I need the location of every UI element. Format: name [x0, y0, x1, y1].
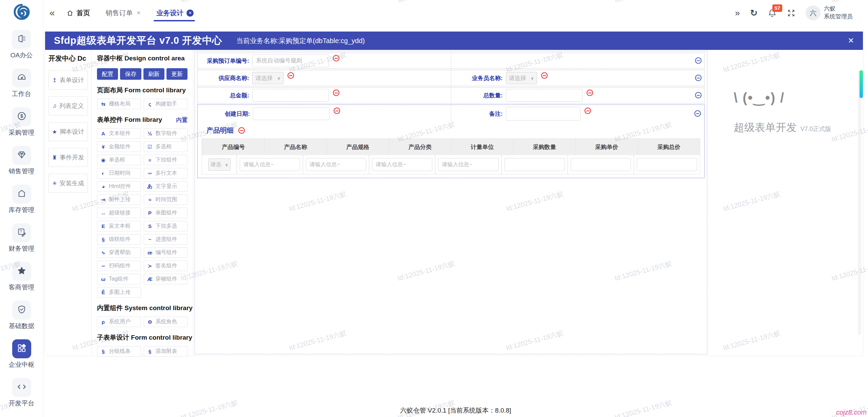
- collapse-sidebar-icon[interactable]: «: [50, 8, 55, 18]
- builtin-link[interactable]: 内置: [176, 116, 188, 124]
- component-item[interactable]: ω Tag组件: [97, 274, 141, 284]
- component-item[interactable]: ς 构建助手: [144, 99, 188, 109]
- remove-row-icon[interactable]: [695, 75, 702, 81]
- dev-center-button[interactable]: ↥ 表单设计: [48, 71, 88, 90]
- component-item[interactable]: Θ 系统角色: [144, 317, 188, 327]
- total-amount-input[interactable]: [252, 89, 329, 102]
- detail-table-row: 请选 ∨: [202, 155, 700, 174]
- notifications-bell-icon[interactable]: 57: [768, 8, 777, 18]
- component-item[interactable]: ~ 进度组件: [144, 234, 188, 245]
- tab-home[interactable]: 首页: [66, 0, 90, 26]
- component-item[interactable]: Æ 穿梭组件: [144, 274, 188, 284]
- refresh-icon[interactable]: ↻: [750, 8, 757, 18]
- remove-field-icon[interactable]: [333, 55, 339, 61]
- remove-field-icon[interactable]: [585, 108, 591, 114]
- sidebar-item[interactable]: OA办公: [11, 30, 33, 60]
- component-item[interactable]: S 下拉多选: [144, 221, 188, 231]
- product-code-select[interactable]: 请选 ∨: [208, 158, 231, 171]
- component-item[interactable]: ≡ 下拉组件: [144, 155, 188, 165]
- component-item[interactable]: ≈ 时间范围: [144, 194, 188, 205]
- component-item[interactable]: § 分组线条: [97, 346, 141, 357]
- dev-center-button[interactable]: ♫ 列表定义: [48, 96, 88, 115]
- purchase-price-input[interactable]: [571, 158, 631, 171]
- component-item[interactable]: ☑ 多选框: [144, 141, 188, 152]
- sidebar-item-label: 客商管理: [9, 283, 35, 292]
- component-item[interactable]: ¥ 金额组件: [97, 141, 141, 152]
- remove-row-icon[interactable]: [695, 57, 702, 64]
- product-name-input[interactable]: [240, 158, 300, 171]
- component-item[interactable]: ═ 多行文本: [144, 168, 188, 178]
- dev-center-button[interactable]: ♜ 事件开发: [48, 148, 88, 167]
- remove-field-icon[interactable]: [333, 90, 339, 96]
- component-item[interactable]: P 单图组件: [144, 208, 188, 218]
- component-item[interactable]: あ 文字显示: [144, 181, 188, 192]
- component-item[interactable]: A 文本组件: [97, 128, 141, 139]
- remove-row-icon[interactable]: [695, 92, 702, 98]
- sidebar-item[interactable]: 客商管理: [9, 262, 35, 292]
- product-spec-input[interactable]: [306, 158, 366, 171]
- component-item[interactable]: ∿ 穿透帮助: [97, 247, 141, 258]
- remove-row-icon[interactable]: [694, 110, 701, 117]
- remove-field-icon[interactable]: [541, 72, 548, 79]
- remove-detail-icon[interactable]: [238, 127, 245, 134]
- remove-field-icon[interactable]: [587, 90, 593, 96]
- action-button[interactable]: 保存: [120, 68, 141, 80]
- component-item[interactable]: § 添加附表: [144, 346, 188, 357]
- dev-center-button[interactable]: ✳ 安装生成: [48, 174, 88, 193]
- scrollbar-thumb[interactable]: [860, 70, 863, 98]
- fullscreen-icon[interactable]: [787, 9, 795, 17]
- dev-center-buttons: ↥ 表单设计 ♫ 列表定义 ★: [48, 71, 88, 193]
- action-button[interactable]: 刷新: [143, 68, 164, 80]
- product-category-input[interactable]: [372, 158, 432, 171]
- supplier-select[interactable]: 请选择 ∨: [252, 72, 283, 84]
- dev-center-button[interactable]: ★ 脚本设计: [48, 122, 88, 141]
- component-item[interactable]: ½ 数字组件: [144, 128, 188, 139]
- component-item[interactable]: ↔ 超级链接: [97, 208, 141, 218]
- create-date-input[interactable]: [253, 107, 330, 120]
- sidebar-item[interactable]: 基础数据: [9, 301, 35, 330]
- unit-input[interactable]: [438, 158, 498, 171]
- sidebar-item[interactable]: 销售管理: [9, 146, 35, 176]
- component-item[interactable]: œ 编号组件: [144, 247, 188, 258]
- salesman-select[interactable]: 请选择 ∨: [506, 72, 537, 84]
- form-row-totals[interactable]: 总金额: 总数量:: [197, 87, 705, 103]
- form-row-supplier[interactable]: 供应商名称: 请选择 ∨ 业务员名称:: [197, 70, 705, 86]
- user-menu[interactable]: 六 六蚁 系统管理员: [806, 5, 853, 21]
- purchase-qty-input[interactable]: [505, 158, 565, 171]
- tab-sales-order[interactable]: 销售订单 ✕: [106, 0, 141, 26]
- scrollbar-track[interactable]: [858, 70, 861, 335]
- component-item[interactable]: ⇆ 栅格布局: [97, 99, 141, 109]
- order-no-input[interactable]: [252, 54, 329, 67]
- component-item[interactable]: ρ 系统用户: [97, 317, 141, 327]
- sidebar-item[interactable]: ? 财务管理: [9, 223, 35, 253]
- remove-field-icon[interactable]: [334, 108, 340, 114]
- form-row-order-no[interactable]: 采购预订单编号:: [197, 53, 705, 69]
- tab-business-design[interactable]: 业务设计 ✕: [156, 0, 194, 26]
- component-item[interactable]: Ê 多图上传: [97, 287, 141, 298]
- close-tab-icon[interactable]: ✕: [186, 10, 194, 17]
- component-item[interactable]: ◉ 单选框: [97, 155, 141, 165]
- sidebar-item[interactable]: 库存管理: [9, 185, 35, 214]
- table-column-header: 产品规格: [327, 139, 389, 155]
- component-item[interactable]: ◐ 日期时间: [97, 168, 141, 178]
- action-button[interactable]: 更新: [166, 68, 188, 80]
- form-row-date-remark[interactable]: 创建日期: 备注:: [198, 106, 704, 122]
- more-tabs-icon[interactable]: »: [735, 8, 740, 18]
- sidebar-item[interactable]: 工作台: [12, 69, 31, 98]
- component-item[interactable]: ◕ Html控件: [97, 181, 141, 192]
- component-item[interactable]: ∽ 扫码组件: [97, 261, 141, 271]
- component-item[interactable]: ⇥ 附件上传: [97, 194, 141, 205]
- sidebar-item[interactable]: 企业中枢: [9, 339, 35, 369]
- close-tab-icon[interactable]: ✕: [137, 10, 141, 16]
- component-item[interactable]: ≻ 签名组件: [144, 261, 188, 271]
- remark-textarea[interactable]: [506, 107, 580, 120]
- sidebar-item[interactable]: 开发平台: [9, 378, 35, 408]
- component-item[interactable]: E 富文本框: [97, 221, 141, 231]
- sidebar-item[interactable]: $ 采购管理: [9, 107, 35, 137]
- purchase-total-input[interactable]: [637, 158, 697, 171]
- remove-field-icon[interactable]: [288, 72, 294, 79]
- component-item[interactable]: § 级联组件: [97, 234, 141, 245]
- close-designer-icon[interactable]: ✕: [848, 36, 854, 45]
- total-qty-input[interactable]: [506, 89, 583, 102]
- action-button[interactable]: 配置: [97, 68, 118, 80]
